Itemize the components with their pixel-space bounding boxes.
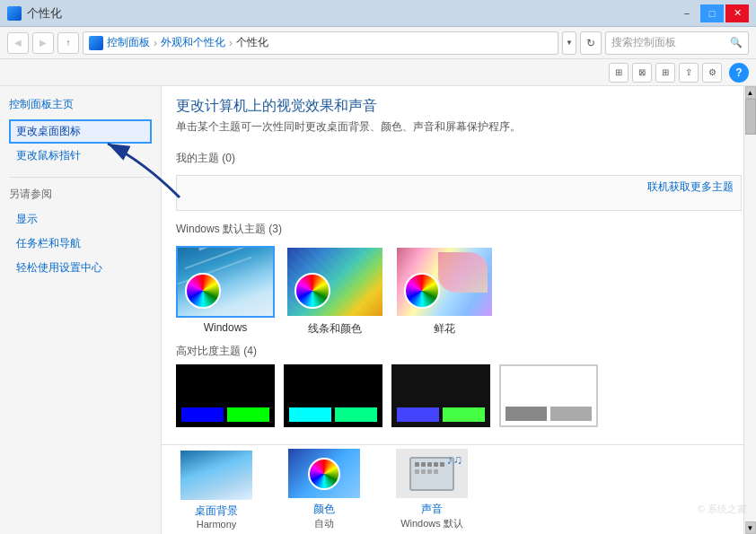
scroll-track[interactable]: [745, 99, 756, 521]
my-themes-section: 联机获取更多主题: [176, 175, 742, 211]
sound-label[interactable]: 声音: [421, 502, 443, 517]
theme-item-flowers[interactable]: 鲜花: [395, 246, 494, 337]
hc-theme-3[interactable]: [391, 364, 490, 427]
breadcrumb-control-panel[interactable]: 控制面板: [107, 35, 150, 50]
bottom-bar: 桌面背景 Harmony 颜色 自动: [162, 444, 756, 534]
refresh-button[interactable]: ↻: [580, 31, 602, 55]
hc-bar-4: [505, 407, 592, 421]
hc-bar-item: [289, 407, 331, 422]
hc-bar-item: [550, 407, 592, 421]
hc-thumb-2: [284, 364, 382, 427]
hc-bar-item: [181, 407, 224, 422]
scroll-down[interactable]: ▼: [745, 521, 756, 534]
up-button[interactable]: ↑: [57, 32, 79, 54]
toolbar-settings-btn[interactable]: ⚙: [702, 63, 722, 83]
color-label[interactable]: 颜色: [313, 502, 335, 517]
get-more-themes-link[interactable]: 联机获取更多主题: [647, 179, 734, 195]
win-palette-icon: [185, 273, 221, 309]
main-layout: 控制面板主页 更改桌面图标 更改鼠标指针 另请参阅 显示 任务栏和导航 轻松使用…: [0, 86, 756, 534]
watermark: © 系统之家: [698, 503, 747, 516]
sidebar: 控制面板主页 更改桌面图标 更改鼠标指针 另请参阅 显示 任务栏和导航 轻松使用…: [0, 86, 162, 534]
breadcrumb-dropdown[interactable]: ▼: [562, 31, 576, 55]
navigation-bar: ◀ ▶ ↑ 控制面板 › 外观和个性化 › 个性化 ▼ ↻ 搜索控制面板 🔍: [0, 27, 756, 59]
bottom-item-desktop-bg[interactable]: 桌面背景 Harmony: [176, 451, 257, 530]
hc-themes-title: 高对比度主题 (4): [176, 344, 742, 359]
scroll-up[interactable]: ▲: [745, 86, 756, 99]
content-wrapper: 更改计算机上的视觉效果和声音 单击某个主题可一次性同时更改桌面背景、颜色、声音和…: [162, 86, 756, 534]
close-button[interactable]: ✕: [725, 4, 749, 22]
toolbar-view-btn-3[interactable]: ⊞: [655, 63, 675, 83]
toolbar-share-btn[interactable]: ⇪: [679, 63, 699, 83]
breadcrumb-sep-2: ›: [229, 37, 233, 49]
app-icon: [7, 6, 22, 21]
help-button[interactable]: ?: [729, 63, 749, 83]
color-palette-icon: [308, 458, 340, 490]
sidebar-item-display[interactable]: 显示: [9, 207, 152, 232]
hc-theme-4[interactable]: [499, 364, 598, 427]
hc-thumb-4: [499, 364, 598, 427]
content-description: 单击某个主题可一次性同时更改桌面背景、颜色、声音和屏幕保护程序。: [176, 119, 742, 135]
hc-theme-1[interactable]: [176, 364, 275, 427]
breadcrumb-appearance[interactable]: 外观和个性化: [161, 35, 225, 50]
theme-name-windows: Windows: [204, 321, 248, 334]
toolbar-view-btn-1[interactable]: ⊞: [609, 63, 629, 83]
bottom-item-color[interactable]: 颜色 自动: [284, 449, 365, 530]
back-button[interactable]: ◀: [7, 32, 29, 54]
color-sublabel: 自动: [314, 517, 334, 530]
breadcrumb-sep-1: ›: [154, 37, 157, 49]
flower-palette-icon: [404, 273, 440, 309]
sidebar-item-change-desktop-icon[interactable]: 更改桌面图标: [9, 119, 152, 144]
sidebar-item-accessibility[interactable]: 轻松使用设置中心: [9, 256, 152, 280]
hc-theme-2[interactable]: [284, 364, 382, 427]
theme-thumb-flowers: [395, 246, 494, 318]
theme-item-lines-colors[interactable]: 线条和颜色: [286, 246, 384, 337]
sound-device-keys2: [415, 469, 449, 474]
theme-thumb-lines: [286, 246, 384, 318]
scrollbar[interactable]: ▲ ▼: [743, 86, 756, 534]
toolbar-view-btn-2[interactable]: ⊠: [632, 63, 652, 83]
theme-name-flowers: 鲜花: [434, 321, 455, 337]
sound-sublabel: Windows 默认: [400, 517, 463, 530]
scroll-thumb[interactable]: [745, 99, 756, 135]
toolbar: ⊞ ⊠ ⊞ ⇪ ⚙ ?: [0, 59, 756, 86]
forward-button[interactable]: ▶: [32, 32, 54, 54]
hc-thumb-3: [391, 364, 490, 427]
sidebar-divider: [9, 177, 152, 178]
theme-thumb-windows: [176, 246, 275, 318]
bottom-item-sound[interactable]: ♪♫ 声音 Windows 默认: [391, 449, 472, 530]
search-icon: 🔍: [730, 37, 743, 48]
sound-thumb-visual: ♪♫: [396, 449, 468, 498]
minimize-button[interactable]: −: [675, 4, 699, 22]
my-themes-title: 我的主题 (0): [176, 147, 742, 170]
window-controls: − □ ✕: [675, 4, 749, 22]
hc-bar-item: [443, 407, 485, 422]
hc-bar-1: [181, 407, 269, 422]
color-thumb-visual: [288, 449, 360, 498]
content-area: 更改计算机上的视觉效果和声音 单击某个主题可一次性同时更改桌面背景、颜色、声音和…: [162, 86, 756, 534]
color-thumb: [288, 449, 360, 498]
theme-area[interactable]: 我的主题 (0) 联机获取更多主题 Windows 默认主题 (3): [162, 147, 756, 444]
sound-device-keys: [415, 462, 449, 467]
bg-thumb-visual: [180, 451, 252, 500]
breadcrumb-icon: [89, 36, 103, 50]
desktop-bg-sublabel: Harmony: [197, 519, 237, 530]
see-also-title: 另请参阅: [9, 187, 152, 202]
toolbar-icons: ⊞ ⊠ ⊞ ⇪ ⚙ ?: [609, 63, 749, 83]
search-bar[interactable]: 搜索控制面板 🔍: [605, 31, 749, 55]
desktop-bg-label[interactable]: 桌面背景: [195, 503, 238, 519]
theme-item-windows[interactable]: Windows: [176, 246, 275, 337]
maximize-button[interactable]: □: [700, 4, 724, 22]
sidebar-item-change-mouse-pointer[interactable]: 更改鼠标指针: [9, 144, 152, 168]
sidebar-home-link[interactable]: 控制面板主页: [9, 98, 74, 110]
title-bar-left: 个性化: [7, 5, 62, 22]
hc-thumb-1: [176, 364, 275, 427]
hc-bar-item: [397, 407, 439, 422]
window-title: 个性化: [27, 5, 62, 22]
hc-bar-item: [505, 407, 547, 421]
breadcrumb-bar: 控制面板 › 外观和个性化 › 个性化: [83, 31, 558, 55]
content-title: 更改计算机上的视觉效果和声音: [176, 97, 742, 116]
lines-palette-icon: [294, 273, 330, 309]
hc-themes-grid: [176, 364, 742, 427]
sidebar-item-taskbar[interactable]: 任务栏和导航: [9, 232, 152, 256]
search-placeholder: 搜索控制面板: [611, 35, 730, 50]
